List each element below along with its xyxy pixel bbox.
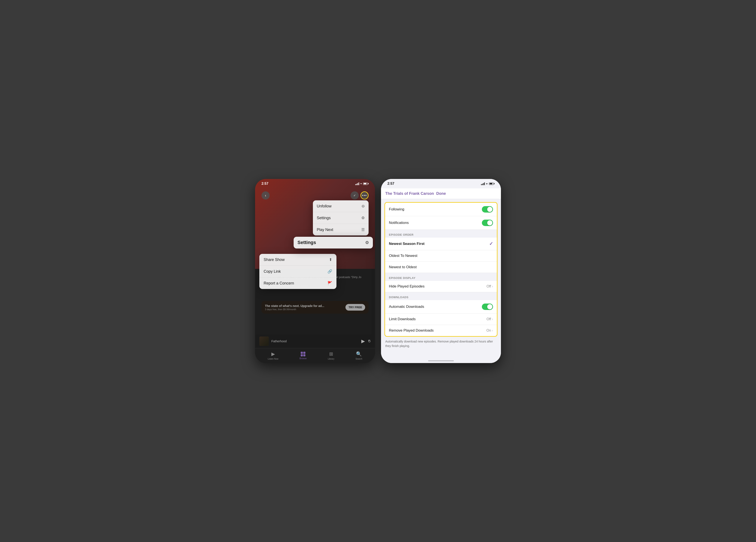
settings-gear-icon: ⚙ [365,240,369,245]
dropdown-settings[interactable]: Settings ⚙ [313,212,369,224]
remove-played-label: Remove Played Downloads [389,328,434,333]
top-buttons: ‹ ✓ ••• [261,191,369,200]
right-content: The Trials of Frank Carson Done Followin… [381,188,501,363]
settings-icon: ⚙ [361,216,365,220]
remove-played-value-arrow: On › [486,328,493,332]
status-bar-left: 2:57 ▾ [255,179,375,188]
right-phone: 2:57 ▾ The Trials of Frank Carso [381,179,501,363]
nav-listen-now[interactable]: ▶ Listen Now [268,351,278,360]
remove-played-value: On [486,328,491,332]
limit-downloads-label: Limit Downloads [389,317,416,321]
episode-display-header: EPISODE DISPLAY [385,273,497,281]
battery-icon-right [489,183,495,185]
downloads-header: DOWNLOADS [385,292,497,300]
wifi-icon: ▾ [360,182,362,185]
search-icon: 🔍 [356,351,362,357]
hide-played-arrow: › [492,284,493,288]
bottom-nav-left: ▶ Listen Now Browse ⊞ Library 🔍 Search [255,348,375,363]
copy-link-item[interactable]: Copy Link 🔗 [259,266,336,277]
settings-nav-header: The Trials of Frank Carson Done [381,188,501,199]
unfollow-label: Unfollow [317,204,332,209]
hide-played-value: Off [487,284,491,288]
share-show-icon: ⬆ [329,257,332,262]
remove-played-row[interactable]: Remove Played Downloads On › [385,325,497,336]
status-bar-right: 2:57 ▾ [381,179,501,188]
time-left: 2:57 [261,182,268,186]
report-concern-icon: 🚩 [327,281,332,285]
limit-downloads-value: Off [487,317,491,321]
nav-library[interactable]: ⊞ Library [328,351,335,360]
unfollow-icon: ⊖ [362,204,365,209]
dropdown-unfollow[interactable]: Unfollow ⊖ [313,200,369,212]
signal-icon [355,182,359,185]
oldest-newest-row[interactable]: Oldest To Newest [385,250,497,262]
following-group: Following Notifications EPISODE ORDER Ne… [384,202,498,337]
browse-icon [301,352,305,356]
dropdown-play-next[interactable]: Play Next ☰ [313,224,369,236]
newest-season-label: Newest Season First [389,242,424,246]
settings-panel-title: Settings [297,240,316,245]
report-concern-label: Report a Concern [264,281,294,285]
copy-link-label: Copy Link [264,269,281,274]
newest-season-row[interactable]: Newest Season First ✓ [385,238,497,250]
search-label: Search [356,358,362,360]
settings-nav-title: The Trials of Frank Carson Done [385,191,446,196]
browse-label: Browse [300,357,307,360]
library-label: Library [328,358,335,360]
app-container: 2:57 ▾ ‹ ✓ ••• [251,175,505,367]
oldest-newest-label: Oldest To Newest [389,254,417,258]
limit-downloads-row[interactable]: Limit Downloads Off › [385,313,497,325]
signal-icon-right [481,182,485,185]
play-next-icon: ☰ [361,227,365,232]
limit-downloads-arrow: › [492,317,493,321]
notifications-row: Notifications [385,216,497,230]
auto-downloads-label: Automatic Downloads [389,304,424,309]
top-right-buttons: ✓ ••• [351,191,369,200]
settings-label: Settings [317,216,331,220]
nav-browse[interactable]: Browse [300,352,307,360]
library-icon: ⊞ [329,351,333,357]
report-concern-item[interactable]: Report a Concern 🚩 [259,277,336,289]
dropdown-menu: Unfollow ⊖ Settings ⚙ Play Next ☰ [313,200,369,236]
newest-oldest-label: Newest to Oldest [389,265,417,269]
share-menu: Share Show ⬆ Copy Link 🔗 Report a Concer… [259,254,336,289]
copy-link-icon: 🔗 [327,269,332,274]
left-phone: 2:57 ▾ ‹ ✓ ••• [255,179,375,363]
notifications-toggle[interactable] [482,220,493,226]
checkmark-button[interactable]: ✓ [351,191,359,200]
following-label: Following [389,207,404,212]
following-row: Following [385,203,497,216]
settings-footer-note: Automatically download new episodes. Rem… [381,337,501,352]
newest-oldest-row[interactable]: Newest to Oldest [385,262,497,273]
limit-downloads-value-arrow: Off › [487,317,493,321]
status-icons-right: ▾ [481,182,495,185]
wifi-icon-right: ▾ [486,182,488,185]
battery-icon [363,183,369,185]
episode-order-header: EPISODE ORDER [385,230,497,238]
newest-season-check: ✓ [489,241,493,247]
auto-downloads-toggle[interactable] [482,303,493,310]
done-button[interactable]: Done [436,191,446,196]
settings-panel: Settings ⚙ [294,237,373,249]
remove-played-arrow: › [492,328,493,332]
notifications-label: Notifications [389,221,409,225]
back-button[interactable]: ‹ [261,191,270,200]
share-show-label: Share Show [264,258,285,262]
share-show-item[interactable]: Share Show ⬆ [259,254,336,266]
play-next-label: Play Next [317,228,333,232]
listen-now-label: Listen Now [268,358,278,360]
listen-now-icon: ▶ [271,351,275,357]
auto-downloads-row: Automatic Downloads [385,300,497,313]
time-right: 2:57 [387,182,394,186]
hide-played-label: Hide Played Episodes [389,284,424,288]
settings-panel-header: Settings ⚙ [294,237,373,249]
home-indicator-right [428,360,454,361]
status-icons-left: ▾ [355,182,369,185]
nav-search[interactable]: 🔍 Search [356,351,362,360]
hide-played-row[interactable]: Hide Played Episodes Off › [385,281,497,292]
more-options-button[interactable]: ••• [360,191,369,200]
following-toggle[interactable] [482,206,493,213]
hide-played-value-arrow: Off › [487,284,493,288]
